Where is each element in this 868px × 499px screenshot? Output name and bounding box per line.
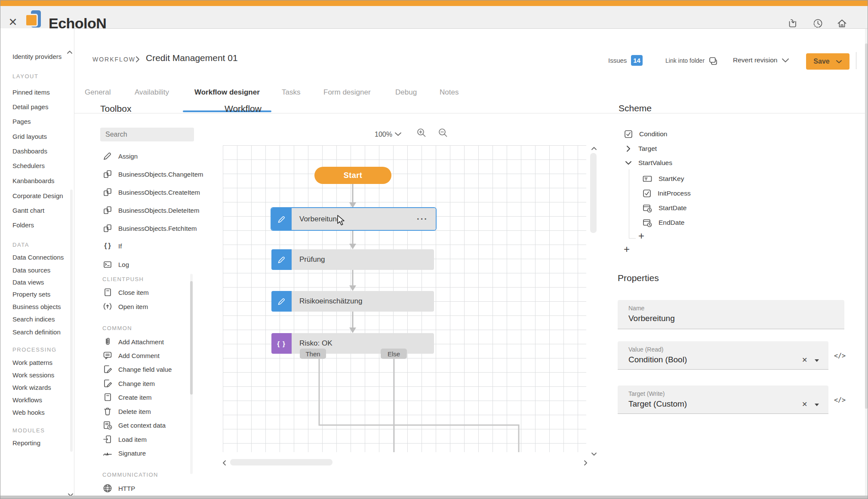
name-input[interactable]: Vorbereitung	[628, 314, 675, 323]
sidebar-item-work-patterns[interactable]: Work patterns	[12, 358, 52, 367]
home-icon[interactable]	[836, 18, 848, 29]
tab-general[interactable]: General	[85, 88, 111, 97]
toolbox-item-if[interactable]: { } If	[102, 240, 122, 251]
toolbox-item-get-context-data[interactable]: Get context data	[102, 419, 166, 431]
tab-workflow-designer[interactable]: Workflow designer	[194, 88, 260, 97]
tab-debug[interactable]: Debug	[395, 88, 417, 97]
sidebar-item-dashboards[interactable]: Dashboards	[12, 147, 47, 156]
canvas-horizontal-scrollbar[interactable]	[230, 459, 332, 465]
zoom-level-value[interactable]: 100%	[375, 131, 392, 138]
sidebar-scroll-up-icon[interactable]	[67, 50, 73, 54]
node-more-icon[interactable]: ···	[417, 214, 428, 224]
sidebar-item-data-views[interactable]: Data views	[12, 278, 44, 287]
sidebar-item-folders[interactable]: Folders	[12, 220, 34, 230]
workflow-node-vorbereitung[interactable]: Vorbereitung ···	[271, 207, 437, 231]
code-editor-icon[interactable]: </>	[834, 396, 846, 404]
sidebar-item-business-objects[interactable]: Business objects	[12, 302, 61, 312]
workflow-node-risikoeinschaetzung[interactable]: Risikoeinschätzung	[271, 291, 434, 312]
sidebar-item-grid-layouts[interactable]: Grid layouts	[12, 132, 47, 141]
scheme-item-enddate[interactable]: EndDate	[643, 217, 684, 228]
search-input[interactable]	[100, 128, 194, 141]
close-icon[interactable]: ✕	[7, 16, 18, 28]
sidebar-item-search-indices[interactable]: Search indices	[12, 315, 55, 324]
revert-revision-chevron-icon[interactable]	[782, 58, 789, 63]
zoom-in-icon[interactable]	[416, 127, 428, 139]
sidebar-item-property-sets[interactable]: Property sets	[12, 290, 50, 299]
property-field-value-read[interactable]: Value (Read) Condition (Bool) ✕	[618, 341, 828, 370]
sidebar-item-search-definition[interactable]: Search definition	[12, 328, 61, 337]
revert-revision-button[interactable]: Revert revision	[733, 56, 777, 64]
workflow-node-risko-ok[interactable]: { } Risko: OK	[271, 333, 434, 354]
branch-then-tag[interactable]: Then	[300, 349, 326, 359]
target-write-select[interactable]: Target (Custom)	[628, 399, 687, 409]
canvas-scroll-right-icon[interactable]	[584, 460, 588, 466]
sidebar-item-gantt-chart[interactable]: Gantt chart	[12, 206, 44, 215]
toolbox-item-log[interactable]: Log	[102, 259, 129, 270]
link-into-folder-icon[interactable]	[708, 55, 719, 67]
page-scrollbar-thumb[interactable]	[865, 43, 868, 409]
scheme-item-startkey[interactable]: StartKey	[643, 174, 684, 184]
save-button[interactable]: Save	[806, 53, 850, 70]
issues-label[interactable]: Issues	[608, 57, 627, 64]
toolbox-item-businessobjects-fetchitem[interactable]: BusinessObjects.FetchItem	[102, 223, 197, 234]
workflow-node-pruefung[interactable]: Prüfung	[271, 249, 434, 270]
toolbox-item-open-item[interactable]: Open item	[102, 301, 148, 312]
toolbox-scrollbar-thumb[interactable]	[190, 281, 193, 395]
scheme-item-initprocess[interactable]: InitProcess	[643, 188, 691, 199]
add-child-value-button[interactable]: +	[638, 231, 644, 241]
sidebar-item-detail-pages[interactable]: Detail pages	[12, 102, 48, 112]
sidebar-item-reporting[interactable]: Reporting	[12, 438, 40, 448]
sidebar-item-web-hooks[interactable]: Web hooks	[12, 408, 45, 417]
toolbox-item-change-item[interactable]: Change item	[102, 378, 155, 389]
zoom-level-chevron-icon[interactable]	[394, 132, 402, 136]
toolbox-item-add-comment[interactable]: Add Comment	[102, 350, 160, 361]
sidebar-item-data-connections[interactable]: Data Connections	[12, 253, 64, 262]
clear-icon[interactable]: ✕	[802, 356, 807, 364]
toolbox-item-businessobjects-createitem[interactable]: BusinessObjects.CreateItem	[102, 187, 200, 198]
toolbox-item-create-item[interactable]: Create item	[102, 392, 152, 403]
canvas-vertical-scrollbar[interactable]	[590, 153, 597, 233]
breadcrumb-section[interactable]: WORKFLOW	[92, 56, 135, 63]
sidebar-item-corporate-design[interactable]: Corporate Design	[12, 191, 63, 201]
scheme-item-condition[interactable]: Condition	[624, 129, 668, 139]
link-into-folder-label[interactable]: Link into folder	[665, 57, 705, 64]
issues-count-badge[interactable]: 14	[631, 55, 643, 66]
workflow-node-start[interactable]: Start	[314, 167, 391, 184]
canvas-scroll-up-icon[interactable]	[591, 147, 597, 150]
zoom-out-icon[interactable]	[437, 127, 449, 139]
toolbox-item-delete-item[interactable]: Delete item	[102, 406, 151, 417]
sidebar-item-work-wizards[interactable]: Work wizards	[12, 383, 51, 392]
scheme-item-startdate[interactable]: StartDate	[643, 203, 686, 213]
sidebar-scrollbar[interactable]	[70, 190, 73, 452]
history-icon[interactable]	[812, 18, 824, 29]
toolbox-item-signature[interactable]: Signature	[102, 447, 146, 459]
toolbox-item-close-item[interactable]: Close item	[102, 287, 149, 298]
sidebar-item-pages[interactable]: Pages	[12, 117, 31, 126]
property-field-target-write[interactable]: Target (Write) Target (Custom) ✕	[618, 386, 828, 414]
branch-else-tag[interactable]: Else	[381, 349, 407, 359]
tab-tasks[interactable]: Tasks	[282, 88, 300, 97]
clear-icon[interactable]: ✕	[802, 400, 807, 408]
toolbox-item-http[interactable]: HTTP	[102, 483, 135, 494]
toolbox-item-add-attachment[interactable]: Add Attachment	[102, 336, 164, 347]
tab-form-designer[interactable]: Form designer	[323, 88, 371, 97]
sidebar-item-kanbanboards[interactable]: Kanbanboards	[12, 176, 55, 186]
sidebar-item-pinned-items[interactable]: Pinned items	[12, 88, 50, 97]
sidebar-item-identity-providers[interactable]: Identity providers	[12, 52, 62, 61]
toolbox-item-assign[interactable]: Assign	[102, 150, 138, 162]
toolbox-item-businessobjects-deleteitem[interactable]: BusinessObjects.DeleteItem	[102, 205, 199, 216]
sidebar-item-schedulers[interactable]: Schedulers	[12, 161, 45, 171]
canvas-scroll-left-icon[interactable]	[222, 460, 226, 466]
value-read-select[interactable]: Condition (Bool)	[628, 355, 687, 364]
import-icon[interactable]	[787, 18, 798, 29]
tab-availability[interactable]: Availability	[135, 88, 169, 97]
toolbox-item-businessobjects-changeitem[interactable]: BusinessObjects.ChangeItem	[102, 168, 203, 180]
sidebar-item-data-sources[interactable]: Data sources	[12, 266, 50, 275]
scheme-item-target[interactable]: Target	[625, 144, 657, 154]
tab-notes[interactable]: Notes	[440, 88, 459, 97]
toolbox-item-load-item[interactable]: Load item	[102, 434, 147, 445]
scheme-item-startvalues[interactable]: StartValues	[625, 158, 672, 168]
sidebar-item-workflows[interactable]: Workflows	[12, 395, 42, 405]
toolbox-item-change-field-value[interactable]: Change field value	[102, 364, 172, 375]
canvas-scroll-down-icon[interactable]	[591, 452, 597, 456]
